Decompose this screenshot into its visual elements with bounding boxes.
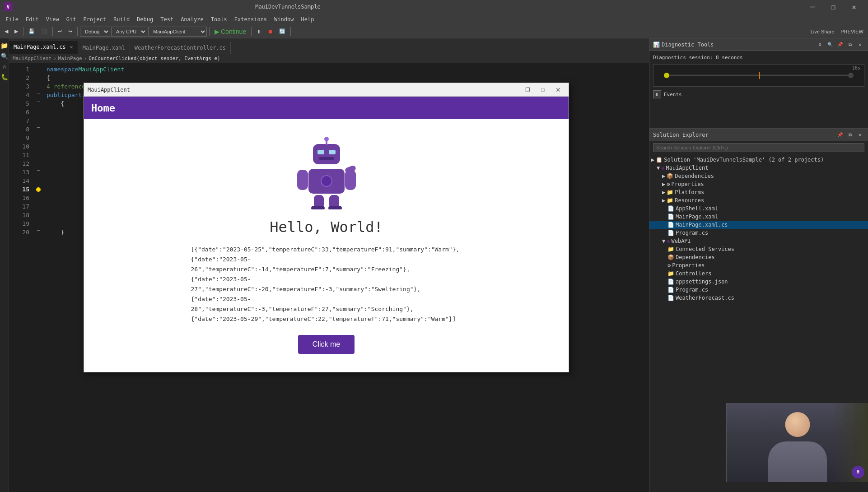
tab-label-mainpage-cs: MainPage.xaml.cs xyxy=(14,44,66,50)
menu-analyze[interactable]: Analyze xyxy=(177,15,207,23)
startup-project-dropdown[interactable]: MauiAppClient xyxy=(148,27,207,37)
svg-rect-4 xyxy=(329,150,336,154)
se-webapi-deps[interactable]: 📦 Dependencies xyxy=(649,253,868,261)
se-controllers[interactable]: 📁 Controllers xyxy=(649,269,868,278)
solution-explorer-header: Solution Explorer 📌 ⧉ ✕ xyxy=(649,129,868,141)
svg-rect-9 xyxy=(345,170,356,190)
save-all-btn[interactable]: ⬛ xyxy=(38,28,50,35)
se-undock-btn[interactable]: ⧉ xyxy=(845,130,854,139)
diag-close-btn[interactable]: ✕ xyxy=(855,40,864,49)
stop-btn[interactable]: ⏹ xyxy=(265,28,275,35)
se-appsettings[interactable]: 📄 appsettings.json xyxy=(649,278,868,286)
se-pin-btn[interactable]: 📌 xyxy=(835,130,845,139)
pause-btn[interactable]: ⏸ xyxy=(254,28,264,35)
se-webapi-props[interactable]: ⚙ Properties xyxy=(649,261,868,269)
breadcrumb-part3[interactable]: OnCounterClicked(object sender, EventArg… xyxy=(89,56,220,61)
res-expand-icon: ▶ xyxy=(662,197,665,204)
main-toolbar: ◀ ▶ 💾 ⬛ ↩ ↪ Debug Any CPU MauiAppClient … xyxy=(0,25,868,38)
se-solution[interactable]: ▶ 📋 Solution 'MauiDevTunnelsSample' (2 o… xyxy=(649,156,868,164)
solution-explorer-search[interactable] xyxy=(653,143,864,152)
menu-view[interactable]: View xyxy=(42,15,63,23)
click-me-button[interactable]: Click me xyxy=(298,335,355,354)
line-numbers: 12345 678910 11121314 15 1617181920 xyxy=(9,63,34,492)
events-section: ⏸ Events xyxy=(653,90,864,98)
svg-rect-0 xyxy=(313,144,340,164)
svg-rect-5 xyxy=(319,157,334,160)
prop-label: Properties xyxy=(671,181,704,187)
se-platforms[interactable]: ▶ 📁 Platforms xyxy=(649,188,868,196)
diag-search-btn[interactable]: 🔍 xyxy=(826,40,835,49)
live-share-btn[interactable]: Live Share xyxy=(808,28,837,35)
title-bar-controls: ─ ❐ ✕ xyxy=(802,0,864,14)
back-btn[interactable]: ◀ xyxy=(2,28,11,35)
program-label: Program.cs xyxy=(676,230,708,236)
menu-file[interactable]: File xyxy=(2,15,22,23)
diag-undock-btn[interactable]: ⧉ xyxy=(845,40,854,49)
tab-close-mainpage-cs[interactable]: ✕ xyxy=(70,44,73,50)
dep-label: Dependencies xyxy=(675,173,714,179)
se-mainpage[interactable]: 📄 MainPage.xaml xyxy=(649,213,868,221)
wdep-label: Dependencies xyxy=(676,254,715,260)
debug-activity-icon[interactable]: 🐛 xyxy=(1,74,8,80)
se-resources[interactable]: ▶ 📁 Resources xyxy=(649,196,868,204)
restore-button[interactable]: ❐ xyxy=(823,0,844,14)
close-button[interactable]: ✕ xyxy=(844,0,864,14)
project-expand-icon: ▼ xyxy=(657,165,660,171)
forward-btn[interactable]: ▶ xyxy=(12,28,21,35)
breadcrumb-part1[interactable]: MauiAppClient xyxy=(13,56,51,61)
wdep-icon: 📦 xyxy=(667,254,674,260)
redo-btn[interactable]: ↪ xyxy=(65,28,75,35)
tab-mainpage-xaml[interactable]: MainPage.xaml xyxy=(78,42,130,54)
app-close-btn[interactable]: ✕ xyxy=(551,85,565,95)
preview-btn[interactable]: PREVIEW xyxy=(838,28,866,35)
menu-tools[interactable]: Tools xyxy=(207,15,231,23)
menu-project[interactable]: Project xyxy=(79,15,110,23)
events-pause-btn[interactable]: ⏸ xyxy=(653,90,661,98)
se-mainpage-cs[interactable]: 📄 MainPage.xaml.cs xyxy=(649,221,868,229)
se-close-btn[interactable]: ✕ xyxy=(855,130,864,139)
continue-btn[interactable]: ▶ Continue xyxy=(212,27,249,36)
diag-settings-btn[interactable]: ⚙ xyxy=(816,40,825,49)
minimize-button[interactable]: ─ xyxy=(802,0,823,14)
se-program[interactable]: 📄 Program.cs xyxy=(649,229,868,237)
svg-rect-13 xyxy=(311,206,325,209)
menu-edit[interactable]: Edit xyxy=(22,15,42,23)
debug-config-dropdown[interactable]: Debug xyxy=(80,27,110,37)
app-minimize-btn[interactable]: ─ xyxy=(505,85,519,95)
se-connected-services[interactable]: 📁 Connected Services xyxy=(649,245,868,253)
se-controls: 📌 ⧉ ✕ xyxy=(835,130,864,139)
se-project-maui[interactable]: ▼ ◆ MauiAppClient xyxy=(649,164,868,172)
menu-debug[interactable]: Debug xyxy=(133,15,157,23)
platform-dropdown[interactable]: Any CPU xyxy=(111,27,147,37)
app-max-btn[interactable]: □ xyxy=(536,85,550,95)
se-dependencies[interactable]: ▶ 📦 Dependencies xyxy=(649,172,868,180)
menu-window[interactable]: Window xyxy=(271,15,297,23)
menu-test[interactable]: Test xyxy=(157,15,177,23)
tab-mainpage-cs[interactable]: MainPage.xaml.cs ✕ xyxy=(9,41,78,54)
restart-btn[interactable]: 🔄 xyxy=(276,28,288,35)
se-properties[interactable]: ▶ ⚙ Properties xyxy=(649,180,868,188)
save-btn[interactable]: 💾 xyxy=(26,28,37,35)
menu-extensions[interactable]: Extensions xyxy=(231,15,271,23)
se-webapi[interactable]: ▼ ◆ WebAPI xyxy=(649,237,868,245)
menu-build[interactable]: Build xyxy=(110,15,133,23)
explorer-icon[interactable]: 📁 xyxy=(0,42,8,49)
plt-label: Platforms xyxy=(675,189,704,195)
breadcrumb-part2[interactable]: MainPage xyxy=(58,56,82,61)
app-restore-btn[interactable]: ❐ xyxy=(521,85,534,95)
diagnostic-panel-controls: ⚙ 🔍 📌 ⧉ ✕ xyxy=(816,40,864,49)
tab-weatherforecast[interactable]: WeatherForecastController.cs xyxy=(130,42,231,54)
se-appshell[interactable]: 📄 AppShell.xaml xyxy=(649,204,868,213)
menu-help[interactable]: Help xyxy=(297,15,317,23)
plt-expand-icon: ▶ xyxy=(662,189,665,195)
menu-git[interactable]: Git xyxy=(63,15,80,23)
git-icon[interactable]: ⑃ xyxy=(3,63,6,70)
app-window: MauiAppClient ─ ❐ □ ✕ Home xyxy=(84,83,569,372)
undo-btn[interactable]: ↩ xyxy=(55,28,65,35)
se-weatherforecast[interactable]: 📄 WeatherForecast.cs xyxy=(649,294,868,302)
title-bar: V MauiDevTunnelsSample ─ ❐ ✕ xyxy=(0,0,868,14)
prop-expand-icon: ▶ xyxy=(662,181,665,187)
se-program-webapi[interactable]: 📄 Program.cs xyxy=(649,286,868,294)
diag-pin-btn[interactable]: 📌 xyxy=(835,40,845,49)
search-activity-icon[interactable]: 🔍 xyxy=(1,53,8,60)
